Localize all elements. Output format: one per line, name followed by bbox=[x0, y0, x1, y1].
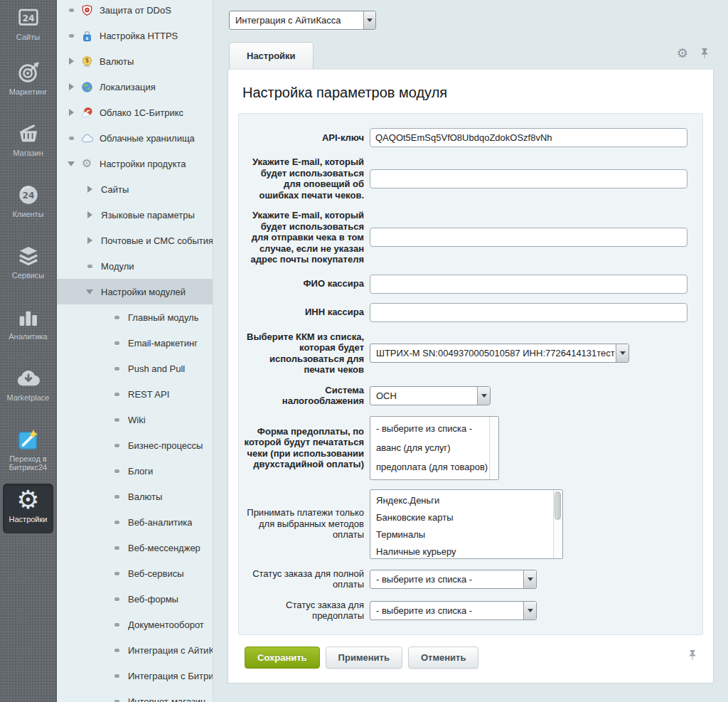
field-prepay_form[interactable]: - выберите из списка -аванс (для услуг)п… bbox=[370, 416, 499, 480]
menu-item-docflow[interactable]: Документооборот bbox=[57, 612, 213, 637]
field-tax_system[interactable]: ОСН bbox=[370, 386, 491, 405]
field-status_full[interactable]: - выберите из списка - bbox=[370, 570, 537, 589]
menu-item-modules[interactable]: Модули bbox=[57, 253, 213, 279]
rail-item-marketing[interactable]: Маркетинг bbox=[0, 55, 56, 117]
expand-arrow-icon[interactable] bbox=[65, 109, 77, 116]
cancel-button[interactable]: Отменить bbox=[408, 647, 479, 669]
expand-arrow-icon[interactable] bbox=[65, 83, 77, 90]
rail-item-services[interactable]: Сервисы bbox=[0, 239, 56, 300]
cloud-1c-icon bbox=[80, 106, 94, 119]
rail-item-clients[interactable]: 24Клиенты bbox=[0, 178, 56, 239]
menu-item-language-params[interactable]: Языковые параметры bbox=[57, 202, 213, 228]
menu-item-https[interactable]: sНастройка HTTPS bbox=[57, 23, 213, 48]
field-email_receipt[interactable] bbox=[370, 228, 687, 247]
form-row-cashier_name: ФИО кассира bbox=[243, 275, 702, 294]
field-label-tax_system: Система налогооблажения bbox=[243, 385, 364, 407]
menu-item-wiki[interactable]: Wiki bbox=[57, 407, 213, 432]
chevron-down-icon[interactable] bbox=[523, 602, 536, 619]
rail-item-sites[interactable]: 24Сайты bbox=[0, 0, 56, 55]
expand-arrow-icon[interactable] bbox=[65, 58, 77, 65]
menu-item-module-settings[interactable]: Настройки модулей bbox=[57, 279, 213, 304]
module-select[interactable]: Интеграция с АйтиКасса bbox=[229, 11, 376, 30]
menu-item-currencies-2[interactable]: Валюты bbox=[57, 484, 213, 509]
menu-item-product-settings[interactable]: ⚙Настройки продукта bbox=[57, 151, 213, 176]
listbox-option[interactable]: Банковские карты bbox=[370, 509, 553, 526]
field-cashier_name[interactable] bbox=[370, 275, 687, 294]
menu-item-label: Сайты bbox=[101, 184, 129, 195]
bullet-icon bbox=[65, 34, 77, 38]
analytics-bars-icon bbox=[18, 305, 39, 329]
chevron-down-icon[interactable] bbox=[363, 11, 375, 29]
menu-item-web-analytics[interactable]: Веб-аналитика bbox=[57, 509, 213, 535]
select-value: ОСН bbox=[370, 390, 477, 401]
chevron-down-icon[interactable] bbox=[523, 570, 536, 588]
menu-item-email-marketing[interactable]: Email-маркетинг bbox=[57, 330, 213, 356]
menu-item-ddos[interactable]: Защита от DDoS bbox=[57, 0, 213, 23]
save-button[interactable]: Сохранить bbox=[245, 647, 320, 669]
menu-item-cloud-storage[interactable]: Облачные хранилища bbox=[57, 125, 213, 151]
tab-settings[interactable]: Настройки bbox=[229, 42, 314, 69]
menu-item-currencies[interactable]: $Валюты bbox=[57, 48, 213, 74]
menu-item-online-store[interactable]: Интернет-магазин bbox=[57, 688, 213, 702]
field-label-kkm: Выберите ККМ из списка, которая будет ис… bbox=[243, 331, 364, 376]
field-email_errors[interactable] bbox=[370, 169, 687, 188]
field-pay_methods[interactable]: Яндекс.ДеньгиБанковские картыТерминалыНа… bbox=[370, 489, 563, 559]
chevron-down-icon[interactable] bbox=[616, 344, 628, 362]
listbox-option[interactable]: Яндекс.Деньги bbox=[370, 492, 553, 509]
gear-icon[interactable]: ⚙ bbox=[677, 47, 688, 60]
field-status_prepay[interactable]: - выберите из списка - bbox=[370, 601, 537, 620]
menu-item-blogs[interactable]: Блоги bbox=[57, 458, 213, 484]
menu-item-web-messenger[interactable]: Веб-мессенджер bbox=[57, 535, 213, 560]
listbox-option[interactable]: аванс (для услуг) bbox=[370, 438, 489, 457]
menu-item-business-processes[interactable]: Бизнес-процессы bbox=[57, 432, 213, 458]
listbox-option[interactable]: предоплата (для товаров) bbox=[370, 457, 489, 477]
expand-arrow-icon[interactable] bbox=[84, 186, 95, 193]
collapse-arrow-icon[interactable] bbox=[65, 161, 77, 166]
store-basket-icon bbox=[17, 122, 40, 146]
rail-item-label: Сайты bbox=[16, 33, 40, 41]
scrollbar-track[interactable] bbox=[553, 490, 562, 558]
listbox-option[interactable]: Терминалы bbox=[370, 526, 553, 543]
expand-arrow-icon[interactable] bbox=[84, 237, 95, 244]
menu-item-push-and-pull[interactable]: Push and Pull bbox=[57, 356, 213, 381]
rail-item-settings[interactable]: ⚙Настройки bbox=[3, 484, 53, 533]
menu-item-label: Модули bbox=[101, 261, 134, 272]
svg-text:24: 24 bbox=[22, 13, 35, 23]
listbox-option[interactable]: Наличные курьеру bbox=[370, 543, 553, 558]
menu-item-main-module[interactable]: Главный модуль bbox=[57, 304, 213, 330]
rail-item-analytics[interactable]: Аналитика bbox=[0, 300, 56, 361]
form-row-status_full: Статус заказа для полной оплаты- выберит… bbox=[243, 568, 702, 590]
rail-item-label: Сервисы bbox=[12, 271, 45, 280]
menu-item-web-services[interactable]: Веб-сервисы bbox=[57, 560, 213, 586]
menu-item-label: Блоги bbox=[128, 466, 153, 477]
menu-item-sites[interactable]: Сайты bbox=[57, 176, 213, 202]
rail-item-store[interactable]: Магазин bbox=[0, 117, 56, 178]
collapse-arrow-icon[interactable] bbox=[84, 289, 95, 294]
scrollbar-thumb[interactable] bbox=[555, 491, 561, 520]
menu-item-mail-sms-events[interactable]: Почтовые и СМС события bbox=[57, 228, 213, 253]
field-kkm[interactable]: ШТРИХ-М SN:0049370005010587 ИНН:77264141… bbox=[370, 344, 629, 363]
rail-item-label: Магазин bbox=[13, 149, 43, 157]
menu-item-web-forms[interactable]: Веб-формы bbox=[57, 586, 213, 612]
bullet-icon bbox=[111, 700, 122, 702]
rail-item-marketplace[interactable]: Marketplace bbox=[0, 361, 56, 422]
pin-icon[interactable] bbox=[700, 48, 710, 59]
bullet-icon bbox=[111, 444, 122, 447]
chevron-down-icon[interactable] bbox=[477, 387, 490, 405]
expand-arrow-icon[interactable] bbox=[84, 211, 95, 218]
listbox-option[interactable]: - выберите из списка - bbox=[370, 419, 489, 438]
menu-item-cloud-1c[interactable]: Облако 1С-Битрикс bbox=[57, 100, 213, 125]
apply-button[interactable]: Применить bbox=[326, 647, 402, 669]
field-cashier_inn[interactable] bbox=[370, 303, 687, 322]
field-label-cashier_inn: ИНН кассира bbox=[243, 307, 364, 318]
menu-item-itkassa[interactable]: Интеграция с АйтиКасса bbox=[57, 637, 213, 663]
field-api_key[interactable] bbox=[370, 128, 687, 147]
pin-icon[interactable] bbox=[687, 649, 697, 661]
listbox-options: - выберите из списка -аванс (для услуг)п… bbox=[370, 417, 489, 479]
menu-item-localization[interactable]: Локализация bbox=[57, 74, 213, 100]
menu-item-rest-api[interactable]: REST API bbox=[57, 381, 213, 407]
svg-text:s: s bbox=[85, 35, 88, 41]
menu-item-label: Облако 1С-Битрикс bbox=[100, 107, 183, 118]
menu-item-bitrix24-int[interactable]: Интеграция с Битрикс24 bbox=[57, 663, 213, 688]
rail-item-bitrix24[interactable]: Переход в Битрикс24 bbox=[0, 422, 56, 484]
